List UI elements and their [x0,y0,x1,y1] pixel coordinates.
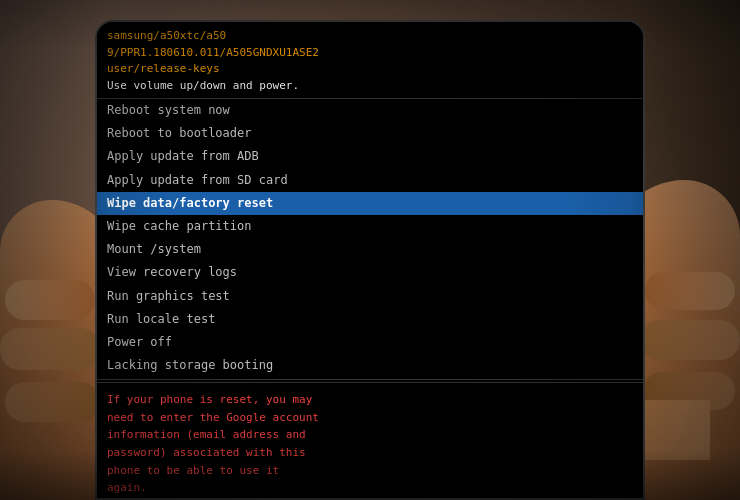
menu-item-apply-adb[interactable]: Apply update from ADB [97,145,643,168]
device-model-line2: 9/PPR1.180610.011/A505GNDXU1ASE2 [107,45,633,62]
menu-item-reboot-bootloader[interactable]: Reboot to bootloader [97,122,643,145]
menu-item-view-logs[interactable]: View recovery logs [97,261,643,284]
device-model-line1: samsung/a50xtc/a50 [107,28,633,45]
menu-item-power-off[interactable]: Power off [97,331,643,354]
menu-item-run-graphics[interactable]: Run graphics test [97,285,643,308]
finger-left-3 [5,382,100,422]
menu-item-mount-system[interactable]: Mount /system [97,238,643,261]
device-info-header: samsung/a50xtc/a50 9/PPR1.180610.011/A50… [97,22,643,99]
finger-right-1 [645,272,735,310]
phone-screen: samsung/a50xtc/a50 9/PPR1.180610.011/A50… [97,22,643,498]
warning-line3: information (email address and [107,426,633,444]
menu-item-wipe-data[interactable]: Wipe data/factory reset [97,192,643,215]
recovery-menu: Reboot system now Reboot to bootloader A… [97,99,643,498]
scene: samsung/a50xtc/a50 9/PPR1.180610.011/A50… [0,0,740,500]
menu-item-wipe-cache[interactable]: Wipe cache partition [97,215,643,238]
finger-right-2 [640,320,740,360]
finger-left-2 [0,328,100,370]
warning-line1: If your phone is reset, you may [107,391,633,409]
phone-body: samsung/a50xtc/a50 9/PPR1.180610.011/A50… [95,20,645,500]
device-model-line3: user/release-keys [107,61,633,78]
menu-item-lacking-storage[interactable]: Lacking storage booting [97,354,643,377]
menu-divider [97,379,643,380]
warning-line2: need to enter the Google account [107,409,633,427]
warning-line5: phone to be able to use it [107,462,633,480]
warning-line6: again. [107,479,633,497]
menu-item-reboot-system[interactable]: Reboot system now [97,99,643,122]
warning-line4: password) associated with this [107,444,633,462]
device-instruction: Use volume up/down and power. [107,78,633,95]
menu-item-apply-sdcard[interactable]: Apply update from SD card [97,169,643,192]
finger-left-1 [5,280,95,320]
menu-item-run-locale[interactable]: Run locale test [97,308,643,331]
warning-box: If your phone is reset, you may need to … [97,382,643,498]
